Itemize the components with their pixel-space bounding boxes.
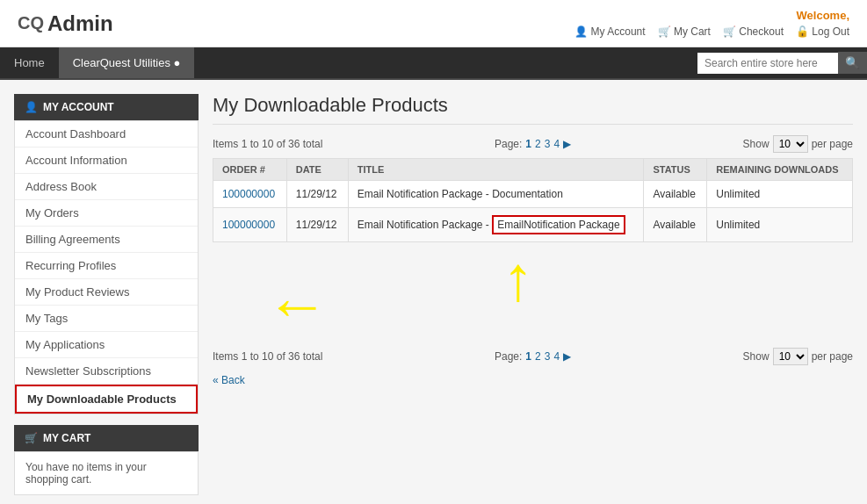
status-1: Available [644, 181, 707, 208]
sidebar-item-downloadable[interactable]: My Downloadable Products [15, 385, 198, 414]
logo-icon: CQ [18, 13, 44, 33]
cart-content: You have no items in your shopping cart. [14, 451, 199, 495]
page-2-bottom[interactable]: 2 [535, 350, 541, 363]
pagination-bottom: Page: 1 2 3 4 ▶ [495, 350, 571, 363]
sidebar-item-information[interactable]: Account Information [15, 148, 198, 174]
back-link[interactable]: « Back [213, 374, 853, 386]
main-container: 👤 MY ACCOUNT Account Dashboard Account I… [0, 80, 867, 504]
col-date: DATE [286, 159, 348, 181]
downloads-1: Unlimited [707, 181, 853, 208]
logo: CQ Admin [18, 11, 113, 36]
navbar-search: 🔍 [697, 52, 867, 74]
cart-section: 🛒 MY CART You have no items in your shop… [14, 425, 199, 495]
pagination-top: Page: 1 2 3 4 ▶ [495, 138, 571, 150]
content-area: My Downloadable Products Items 1 to 10 o… [213, 94, 853, 504]
items-info-bottom: Items 1 to 10 of 36 total [213, 350, 322, 363]
table-row: 100000000 11/29/12 Email Notification Pa… [213, 181, 853, 208]
page-title: My Downloadable Products [213, 94, 853, 125]
account-section-title: 👤 MY ACCOUNT [14, 94, 199, 120]
arrow-left-icon: ← [265, 273, 329, 336]
account-section: 👤 MY ACCOUNT Account Dashboard Account I… [14, 94, 199, 414]
page-label-top: Page: [495, 138, 522, 150]
order-2[interactable]: 100000000 [213, 208, 287, 242]
page-2-top[interactable]: 2 [535, 138, 541, 150]
arrow-up-icon: ↑ [502, 247, 534, 310]
header-nav: 👤 My Account 🛒 My Cart 🛒 Checkout 🔓 Log … [574, 25, 849, 38]
col-status: STATUS [644, 159, 707, 181]
title-2[interactable]: Email Notification Package - EmailNotifi… [348, 208, 644, 242]
table-row: 100000000 11/29/12 Email Notification Pa… [213, 208, 853, 242]
per-page-select-bottom[interactable]: 10 20 50 [773, 348, 808, 365]
col-title: TITLE [348, 159, 644, 181]
sidebar-item-tags[interactable]: My Tags [15, 306, 198, 332]
my-account-link[interactable]: 👤 My Account [574, 25, 645, 38]
sidebar-item-recurring[interactable]: Recurring Profiles [15, 253, 198, 279]
page-label-bottom: Page: [495, 350, 522, 363]
page-1-top[interactable]: 1 [525, 138, 531, 150]
date-1: 11/29/12 [286, 181, 348, 208]
my-cart-link[interactable]: 🛒 My Cart [658, 25, 711, 38]
page-4-bottom[interactable]: 4 [553, 350, 560, 363]
logo-text: Admin [47, 11, 113, 36]
top-toolbar: Items 1 to 10 of 36 total Page: 1 2 3 4 … [213, 135, 853, 153]
arrow-container: ↑ ← [213, 242, 853, 348]
per-page-top: Show 10 20 50 per page [743, 135, 853, 153]
page-next-bottom[interactable]: ▶ [563, 350, 571, 363]
per-page-bottom: Show 10 20 50 per page [743, 348, 853, 365]
items-info-top: Items 1 to 10 of 36 total [213, 138, 322, 150]
sidebar-item-billing[interactable]: Billing Agreements [15, 227, 198, 253]
title-highlight-2[interactable]: EmailNotification Package [492, 215, 625, 234]
order-1[interactable]: 100000000 [213, 181, 287, 208]
downloads-table: ORDER # DATE TITLE STATUS REMAINING DOWN… [213, 158, 853, 242]
search-input[interactable] [697, 53, 838, 74]
sidebar-item-newsletter[interactable]: Newsletter Subscriptions [15, 358, 198, 385]
navbar-clearquest[interactable]: ClearQuest Utilities ● [59, 47, 195, 78]
sidebar-item-reviews[interactable]: My Product Reviews [15, 279, 198, 306]
show-label-top: Show [743, 138, 769, 150]
downloads-2: Unlimited [707, 208, 853, 242]
title-1[interactable]: Email Notification Package - Documentati… [348, 181, 644, 208]
header-right: Welcome, 👤 My Account 🛒 My Cart 🛒 Checko… [574, 9, 849, 38]
search-button[interactable]: 🔍 [838, 52, 867, 74]
sidebar-item-orders[interactable]: My Orders [15, 200, 198, 227]
navbar: Home ClearQuest Utilities ● 🔍 [0, 47, 867, 80]
sidebar: 👤 MY ACCOUNT Account Dashboard Account I… [14, 94, 199, 504]
page-3-top[interactable]: 3 [545, 138, 551, 150]
account-menu: Account Dashboard Account Information Ad… [14, 120, 199, 414]
page-next-top[interactable]: ▶ [563, 138, 571, 150]
page-3-bottom[interactable]: 3 [545, 350, 551, 363]
per-page-select-top[interactable]: 10 20 50 [773, 135, 808, 153]
title-prefix-2: Email Notification Package - [358, 219, 492, 231]
back-anchor[interactable]: « Back [213, 374, 245, 386]
status-2: Available [644, 208, 707, 242]
col-order: ORDER # [213, 159, 287, 181]
sidebar-item-dashboard[interactable]: Account Dashboard [15, 121, 198, 148]
checkout-link[interactable]: 🛒 Checkout [723, 25, 784, 38]
page-1-bottom[interactable]: 1 [525, 350, 531, 363]
cart-empty-text: You have no items in your shopping cart. [25, 461, 147, 486]
page-4-top[interactable]: 4 [553, 138, 560, 150]
logout-link[interactable]: 🔓 Log Out [796, 25, 849, 38]
show-label-bottom: Show [743, 350, 769, 363]
col-downloads: REMAINING DOWNLOADS [707, 159, 853, 181]
navbar-home[interactable]: Home [0, 47, 59, 78]
sidebar-item-address[interactable]: Address Book [15, 174, 198, 200]
welcome-text: Welcome, [797, 9, 849, 22]
account-icon: 👤 [25, 101, 38, 113]
per-page-suffix-top: per page [812, 138, 853, 150]
date-2: 11/29/12 [286, 208, 348, 242]
header: CQ Admin Welcome, 👤 My Account 🛒 My Cart… [0, 0, 867, 47]
cart-section-title: 🛒 MY CART [14, 425, 199, 451]
sidebar-item-applications[interactable]: My Applications [15, 332, 198, 358]
cart-icon: 🛒 [25, 432, 38, 444]
bottom-toolbar: Items 1 to 10 of 36 total Page: 1 2 3 4 … [213, 348, 853, 365]
per-page-suffix-bottom: per page [812, 350, 853, 363]
